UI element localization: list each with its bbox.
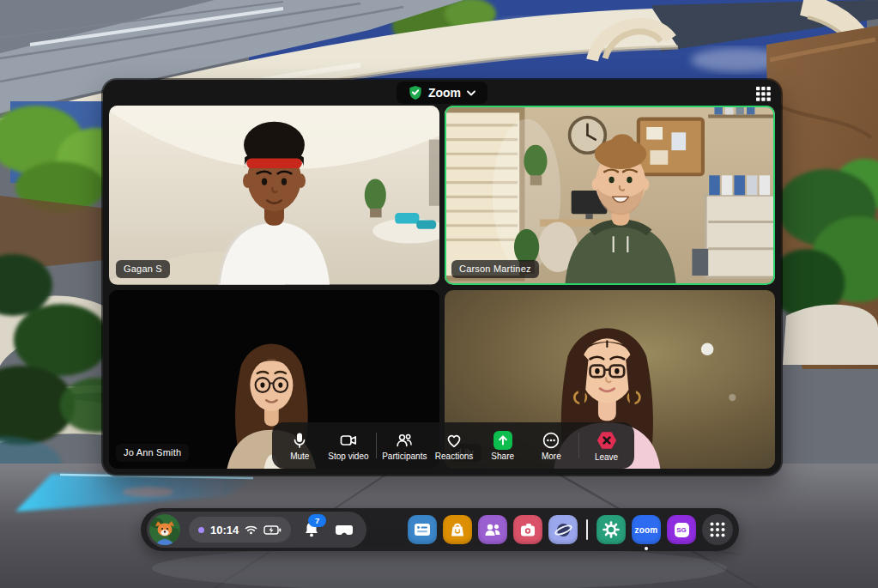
leave-button[interactable]: Leave xyxy=(585,430,628,462)
video-tile-gagan[interactable]: Gagan S xyxy=(109,106,439,285)
status-cluster: 10:14 7 xyxy=(147,512,366,548)
app-store[interactable] xyxy=(443,515,472,544)
share-screen-icon xyxy=(493,431,512,450)
app-settings[interactable] xyxy=(596,515,626,544)
status-pill[interactable]: 10:14 xyxy=(189,517,291,543)
app-camera[interactable] xyxy=(513,515,542,544)
app-people[interactable] xyxy=(478,515,507,544)
camera-icon xyxy=(519,523,536,537)
more-button[interactable]: More xyxy=(530,431,572,461)
share-button[interactable]: Share xyxy=(481,431,524,461)
more-label: More xyxy=(542,452,561,461)
status-dot xyxy=(198,527,204,533)
zoom-title-menu[interactable]: Zoom xyxy=(397,82,487,104)
security-shield-icon xyxy=(409,85,422,100)
microphone-icon xyxy=(290,431,309,450)
grid-view-icon xyxy=(756,87,771,101)
sg-app-label: SG xyxy=(676,526,687,534)
battery-icon xyxy=(263,525,282,535)
running-app-indicator xyxy=(645,547,648,550)
vr-screen: Zoom xyxy=(0,0,878,588)
zoom-app-label: zoom xyxy=(635,525,658,535)
participant-name: Gagan S xyxy=(124,264,162,274)
toolbar-divider xyxy=(376,433,377,458)
people-icon xyxy=(484,522,501,537)
sg-app-chip: SG xyxy=(675,523,689,537)
video-tile-carson[interactable]: Carson Martinez xyxy=(445,106,775,285)
participant-name-tag: Jo Ann Smith xyxy=(116,444,189,462)
leave-meeting-icon xyxy=(596,430,618,451)
mute-button[interactable]: Mute xyxy=(278,431,321,461)
reactions-label: Reactions xyxy=(435,452,473,461)
system-taskbar: 10:14 7 xyxy=(141,508,739,551)
app-sg[interactable]: SG xyxy=(667,515,696,544)
stop-video-label: Stop video xyxy=(328,452,368,461)
dock-divider xyxy=(586,519,588,540)
participant-name: Jo Ann Smith xyxy=(124,447,181,458)
participants-button[interactable]: Participants xyxy=(382,431,427,461)
participants-label: Participants xyxy=(382,452,427,461)
reactions-button[interactable]: Reactions xyxy=(433,431,475,461)
leave-label: Leave xyxy=(595,453,618,462)
app-dock: zoom SG xyxy=(408,514,733,545)
chevron-down-icon xyxy=(467,90,475,96)
zoom-app-window: Zoom xyxy=(103,80,781,475)
meeting-toolbar: Mute Stop video Participants Reactions xyxy=(272,422,634,469)
profile-avatar[interactable] xyxy=(149,514,180,545)
mute-label: Mute xyxy=(290,452,309,461)
app-library-button[interactable] xyxy=(702,514,733,545)
clock: 10:14 xyxy=(210,524,239,536)
headset-view-button[interactable] xyxy=(332,518,356,542)
notification-badge: 7 xyxy=(308,514,326,527)
notifications-button[interactable]: 7 xyxy=(300,518,324,542)
share-label: Share xyxy=(491,452,514,461)
carson-avatar-video xyxy=(445,106,775,285)
wifi-icon xyxy=(245,524,257,535)
app-worlds[interactable] xyxy=(548,515,578,544)
toolbar-divider xyxy=(578,433,579,458)
app-browser[interactable] xyxy=(408,515,437,544)
app-title: Zoom xyxy=(428,86,461,100)
video-grid: Gagan S xyxy=(109,106,775,469)
gallery-view-button[interactable] xyxy=(754,85,772,102)
store-bag-icon xyxy=(449,521,466,538)
heart-icon xyxy=(445,431,463,450)
fox-avatar-icon xyxy=(149,514,180,545)
browser-icon xyxy=(414,523,431,536)
app-grid-icon xyxy=(710,522,725,537)
gagan-avatar-video xyxy=(109,106,439,285)
zoom-title-bar: Zoom xyxy=(103,80,781,106)
planet-icon xyxy=(554,521,572,539)
participant-name-tag: Carson Martinez xyxy=(451,260,539,278)
participant-name-tag: Gagan S xyxy=(116,260,170,278)
gear-icon xyxy=(602,521,620,538)
app-zoom[interactable]: zoom xyxy=(632,515,661,544)
participant-name: Carson Martinez xyxy=(459,264,531,274)
video-camera-icon xyxy=(339,431,358,450)
ellipsis-icon xyxy=(542,431,560,450)
stop-video-button[interactable]: Stop video xyxy=(327,431,370,461)
vr-headset-icon xyxy=(335,524,354,536)
participants-icon xyxy=(395,431,414,450)
